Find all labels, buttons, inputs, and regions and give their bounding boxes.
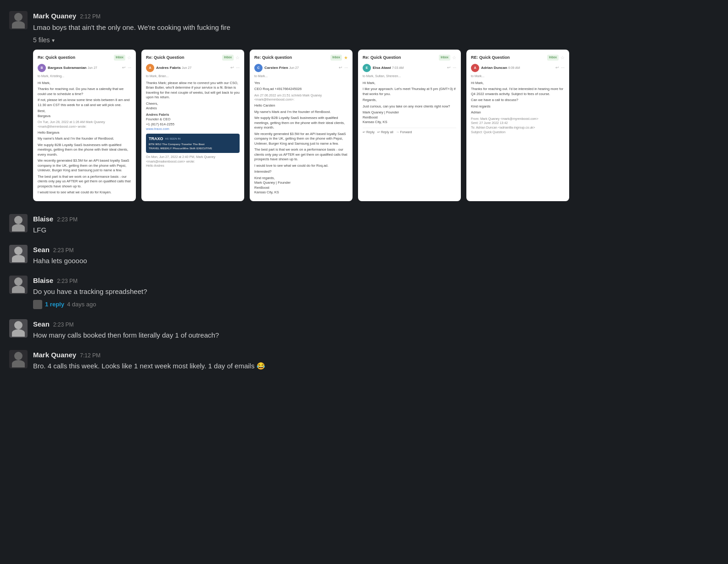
timestamp: 2:23 PM — [57, 215, 78, 224]
message-content: Mark Quaney 2:12 PM Lmao boys that ain't… — [33, 11, 719, 201]
message-text: How many calls booked then form literall… — [33, 330, 719, 341]
more-icon[interactable]: ··· — [453, 65, 456, 71]
card-sender-avatar: B — [38, 64, 46, 72]
message-content: Blaise 2:23 PM Do you have a tracking sp… — [33, 276, 719, 310]
card-title: Re: Quick question — [38, 55, 75, 61]
card-sender-name: Adrian Duncan — [481, 66, 507, 70]
message-content: Sean 2:23 PM Haha lets gooooo — [33, 245, 719, 266]
message-content: Sean 2:23 PM How many calls booked then … — [33, 319, 719, 341]
card-badge: Inbox — [439, 55, 450, 61]
card-sender-avatar: C — [254, 64, 263, 72]
message-block: Sean 2:23 PM How many calls booked then … — [9, 316, 719, 343]
message-header: Blaise 2:23 PM — [33, 214, 719, 225]
timestamp: 7:12 PM — [80, 351, 101, 360]
message-text: LFG — [33, 225, 719, 236]
card-title: Re: Quick question — [254, 55, 292, 61]
message-text-content: Bro. 4 calls this week. Looks like 1 nex… — [33, 362, 265, 370]
message-text: Lmao boys that ain't the only one. We're… — [33, 23, 719, 33]
email-card-5[interactable]: RE: Quick Question Inbox ☆ A Adrian Dunc… — [466, 50, 569, 201]
card-title: Re: Quick Question — [146, 55, 185, 61]
card-sender-avatar: A — [471, 64, 479, 72]
card-date: 7:03 AM — [392, 66, 404, 69]
email-card-2[interactable]: Re: Quick Question Inbox ☆ A Andres Fabr… — [141, 50, 244, 201]
card-badge: Inbox — [114, 55, 125, 61]
username: Mark Quaney — [33, 350, 76, 361]
reply-count-link[interactable]: 1 reply — [45, 300, 64, 309]
message-content: Mark Quaney 7:12 PM Bro. 4 calls this we… — [33, 350, 719, 372]
email-cards-container: Re: Quick question Inbox ☆ B Bargava Sub… — [33, 50, 719, 201]
card-title: Re: Quick Question — [363, 55, 401, 61]
avatar — [9, 245, 28, 263]
card-sender-name: Bargava Subramanian — [48, 66, 86, 70]
card-badge: Inbox — [547, 55, 559, 61]
reply-thread[interactable]: 1 reply 4 days ago — [33, 299, 719, 310]
card-to: to Mark, Sultan, Shereen... — [363, 74, 456, 79]
timestamp: 2:23 PM — [57, 277, 78, 285]
message-text: Bro. 4 calls this week. Looks like 1 nex… — [33, 361, 719, 372]
reply-icon[interactable]: ↩ — [230, 65, 234, 71]
files-chevron-icon: ▾ — [52, 36, 55, 45]
timestamp: 2:23 PM — [53, 321, 74, 329]
message-block: Mark Quaney 7:12 PM Bro. 4 calls this we… — [9, 346, 719, 373]
card-body: Hi Mark, Thanks for reaching out. Do you… — [38, 81, 131, 195]
email-card-1[interactable]: Re: Quick question Inbox ☆ B Bargava Sub… — [33, 50, 136, 201]
card-date: 6:09 AM — [508, 66, 520, 69]
card-date: Jun 27 — [88, 66, 97, 69]
files-count-label: 5 files — [33, 35, 50, 45]
timestamp: 2:12 PM — [80, 12, 101, 21]
avatar — [9, 350, 28, 368]
card-date: Jun 27 — [289, 66, 299, 69]
card-sender-avatar: E — [363, 64, 371, 72]
card-star[interactable]: ☆ — [235, 54, 240, 61]
reply-time: 4 days ago — [67, 300, 96, 309]
message-text: Do you have a tracking spreadsheet? — [33, 287, 719, 297]
username: Blaise — [33, 214, 53, 225]
username: Blaise — [33, 276, 53, 286]
message-header: Blaise 2:23 PM — [33, 276, 719, 286]
email-card-4[interactable]: Re: Quick Question Inbox ☆ E Elsa Atawi … — [358, 50, 461, 201]
forward-action[interactable]: → Forward — [396, 130, 412, 135]
card-to: to Mark, Brian... — [146, 74, 240, 79]
reply-avatar — [33, 300, 42, 309]
card-star[interactable]: ☆ — [560, 54, 565, 61]
reply-icon[interactable]: ↩ — [447, 65, 451, 71]
reply-all-action[interactable]: ↩ Reply all — [377, 130, 393, 135]
more-icon[interactable]: ··· — [128, 65, 131, 71]
username: Sean — [33, 319, 50, 330]
files-label[interactable]: 5 files ▾ — [33, 35, 719, 45]
card-star[interactable]: ★ — [344, 54, 348, 61]
message-header: Sean 2:23 PM — [33, 319, 719, 330]
card-to: to Mark, Kristiing... — [38, 74, 131, 79]
chat-container: Mark Quaney 2:12 PM Lmao boys that ain't… — [0, 0, 728, 381]
card-sender-name: Andres Fabris — [156, 66, 181, 70]
avatar — [9, 319, 28, 338]
message-header: Mark Quaney 7:12 PM — [33, 350, 719, 361]
message-block: Blaise 2:23 PM LFG — [9, 210, 719, 237]
reply-icon[interactable]: ↩ — [555, 65, 559, 71]
card-title: RE: Quick Question — [471, 55, 510, 61]
card-date: Jun 27 — [182, 66, 191, 69]
card-star[interactable]: ☆ — [452, 54, 456, 61]
message-header: Sean 2:23 PM — [33, 245, 719, 255]
card-sender-name: Carsten Frien — [264, 66, 288, 70]
avatar — [9, 214, 28, 232]
card-sender-avatar: A — [146, 64, 154, 72]
more-icon[interactable]: ··· — [236, 65, 240, 71]
card-body: Hi Mark, I like your approach. Let's mee… — [363, 81, 456, 125]
email-card-3[interactable]: Re: Quick question Inbox ★ C Carsten Fri… — [250, 50, 353, 201]
more-icon[interactable]: ··· — [344, 65, 348, 71]
message-text: Haha lets gooooo — [33, 256, 719, 266]
message-header: Mark Quaney 2:12 PM — [33, 11, 719, 22]
reply-icon[interactable]: ↩ — [339, 65, 342, 71]
timestamp: 2:23 PM — [53, 246, 74, 254]
username: Sean — [33, 245, 50, 255]
message-content: Blaise 2:23 PM LFG — [33, 214, 719, 236]
card-body: Thanks Mark; please allow me to connect … — [146, 81, 240, 169]
more-icon[interactable]: ··· — [561, 65, 565, 71]
reply-icon[interactable]: ↩ — [122, 65, 126, 71]
card-star[interactable]: ☆ — [127, 54, 131, 61]
card-to: to Mark... — [254, 74, 348, 79]
reply-action[interactable]: ↩ Reply — [363, 130, 375, 135]
avatar — [9, 11, 28, 29]
message-block: Sean 2:23 PM Haha lets gooooo — [9, 241, 719, 268]
